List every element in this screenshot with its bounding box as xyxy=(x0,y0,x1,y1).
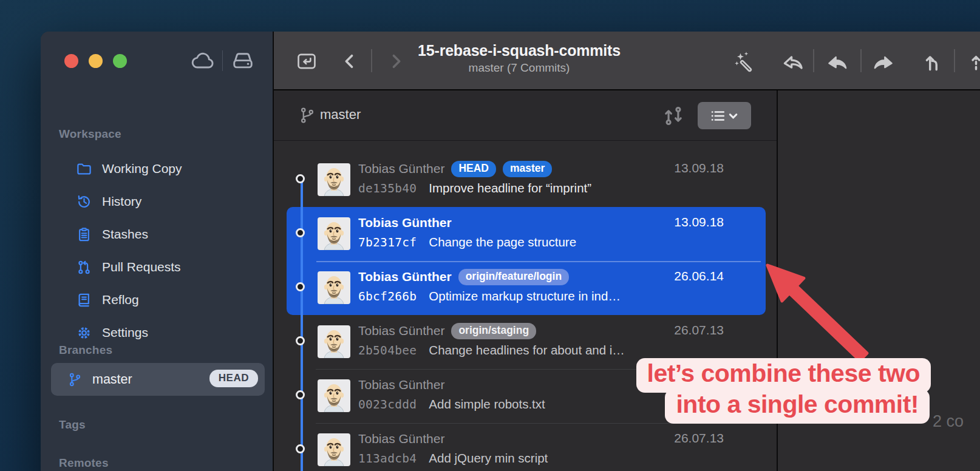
commit-badges: HEADmaster xyxy=(444,161,552,177)
author-avatar-illustration xyxy=(318,271,350,304)
avatar xyxy=(318,433,350,466)
sidebar-item-working-copy[interactable]: Working Copy xyxy=(76,158,182,179)
sidebar-item-reflog[interactable]: Reflog xyxy=(76,290,139,310)
toolbar-divider xyxy=(813,49,814,72)
head-badge: HEAD xyxy=(209,370,258,387)
commit-date: 26.07.13 xyxy=(674,323,724,337)
forward-icon[interactable] xyxy=(386,50,406,73)
list-view-icon xyxy=(706,107,743,124)
commit-hash: 113adcb4 xyxy=(358,452,417,466)
zoom-window-button[interactable] xyxy=(113,54,127,68)
commit-message: Change headlines for about and i… xyxy=(429,343,625,357)
commit-date: 13.09.18 xyxy=(674,161,724,175)
commit-row[interactable]: Tobias Günther origin/feature/login 26.0… xyxy=(274,261,777,315)
commit-text: Tobias Günther 26.07.13 113adcb4Add jQue… xyxy=(358,423,777,466)
commit-graph-line xyxy=(301,180,303,471)
author-avatar-illustration xyxy=(318,217,350,250)
commit-ref-badge: origin/staging xyxy=(451,323,536,339)
cloud-services-icon[interactable] xyxy=(190,50,216,71)
history-clock-icon xyxy=(76,194,92,210)
commit-author: Tobias Günther xyxy=(358,378,444,392)
branch-icon xyxy=(298,105,316,126)
sidebar: Workspace Working Copy History xyxy=(41,32,274,471)
sidebar-item-label: Pull Requests xyxy=(102,260,181,274)
push-icon[interactable] xyxy=(871,50,896,74)
commit-date: 26.06.14 xyxy=(674,269,724,283)
desktop: { "window": { "traffic_lights": ["close"… xyxy=(0,0,980,471)
commit-message: Improve headline for “imprint” xyxy=(429,181,591,195)
sidebar-item-label: Reflog xyxy=(102,293,139,307)
open-repo-icon[interactable] xyxy=(295,50,318,73)
commit-hash: de135b40 xyxy=(358,181,417,195)
author-avatar-illustration xyxy=(318,379,350,412)
commit-hash: 7b2317cf xyxy=(358,235,417,249)
commit-ref-badge: master xyxy=(503,161,552,177)
commit-author: Tobias Günther xyxy=(358,324,444,338)
author-avatar-illustration xyxy=(318,163,350,196)
workspace-section-label: Workspace xyxy=(59,127,121,141)
branch-icon xyxy=(67,372,83,387)
reflog-book-icon xyxy=(76,292,92,308)
commit-row[interactable]: Tobias Günther 26.07.13 113adcb4Add jQue… xyxy=(274,423,777,471)
toolbar: 15-rebase-i-squash-commits master (7 Com… xyxy=(274,32,980,90)
sidebar-item-label: Stashes xyxy=(102,227,148,242)
commit-message: Change the page structure xyxy=(429,235,576,249)
commit-badges: origin/staging xyxy=(444,323,536,339)
commit-date: 13.09.18 xyxy=(674,215,724,229)
tags-section-label: Tags xyxy=(59,418,86,432)
minimize-window-button[interactable] xyxy=(89,54,103,68)
current-branch-label: master xyxy=(320,107,361,123)
annotation-line-2: into a single commit! xyxy=(665,389,930,424)
magic-wand-icon[interactable] xyxy=(733,50,757,74)
merge-icon[interactable] xyxy=(922,50,944,74)
chevron-down-icon xyxy=(730,114,737,117)
graph-node-icon xyxy=(296,444,305,453)
undo-icon[interactable] xyxy=(780,50,806,74)
commit-message: Add simple robots.txt xyxy=(429,397,545,411)
commit-row[interactable]: Tobias Günther 13.09.18 7b2317cfChange t… xyxy=(274,207,777,261)
commit-hash: 6bcf266b xyxy=(358,290,417,303)
fetch-icon[interactable] xyxy=(970,50,980,74)
commit-text: Tobias Günther origin/feature/login 26.0… xyxy=(358,261,777,303)
graph-node-icon xyxy=(296,336,305,345)
pull-request-icon xyxy=(76,259,92,276)
toolbar-divider xyxy=(371,49,372,72)
sidebar-item-pull-requests[interactable]: Pull Requests xyxy=(76,257,181,277)
back-icon[interactable] xyxy=(339,50,360,73)
branch-bar: master xyxy=(274,90,777,141)
repo-title: 15-rebase-i-squash-commits xyxy=(418,42,621,59)
sidebar-item-branch-master[interactable]: master HEAD xyxy=(51,363,265,396)
local-repositories-icon[interactable] xyxy=(230,50,256,71)
sidebar-item-label: Working Copy xyxy=(102,161,182,176)
sidebar-item-label: History xyxy=(102,194,141,209)
folder-icon xyxy=(76,161,92,177)
commit-author: Tobias Günther xyxy=(358,269,452,284)
commit-row[interactable]: Tobias Günther HEADmaster 13.09.18 de135… xyxy=(274,153,777,207)
commit-text: Tobias Günther origin/staging 26.07.13 2… xyxy=(358,315,777,357)
toolbar-divider xyxy=(860,49,862,72)
commit-message: Optimize markup structure in ind… xyxy=(429,289,621,303)
avatar xyxy=(318,379,350,412)
commit-badges: origin/feature/login xyxy=(452,269,569,285)
sidebar-item-history[interactable]: History xyxy=(76,191,141,212)
author-avatar-illustration xyxy=(318,433,350,466)
sidebar-top-divider xyxy=(222,50,223,71)
author-avatar-illustration xyxy=(318,325,350,358)
commit-message: Add jQuery min script xyxy=(429,451,548,465)
commit-author: Tobias Günther xyxy=(358,215,452,230)
annotation-callout: let’s combine these two into a single co… xyxy=(636,358,931,424)
pull-icon[interactable] xyxy=(825,50,849,74)
graph-node-icon xyxy=(296,228,305,237)
commit-text: Tobias Günther 13.09.18 7b2317cfChange t… xyxy=(358,207,777,249)
commit-ref-badge: origin/feature/login xyxy=(458,269,569,285)
sidebar-item-settings[interactable]: Settings xyxy=(76,322,148,343)
toolbar-divider xyxy=(954,49,955,72)
compare-icon[interactable] xyxy=(661,104,686,127)
close-window-button[interactable] xyxy=(64,54,78,68)
avatar xyxy=(318,217,350,250)
graph-node-icon xyxy=(296,390,305,399)
view-options-dropdown[interactable] xyxy=(698,102,751,129)
sidebar-item-stashes[interactable]: Stashes xyxy=(76,224,148,245)
commit-text: Tobias Günther HEADmaster 13.09.18 de135… xyxy=(358,153,777,195)
branch-name: master xyxy=(92,372,132,387)
